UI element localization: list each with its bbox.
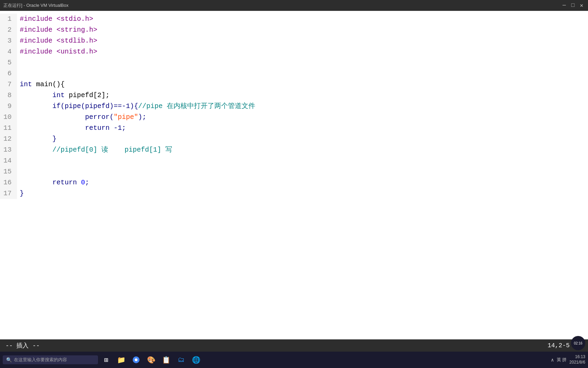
code-editor[interactable]: 1 #include <stdio.h> 2 #include <string.…	[0, 11, 588, 339]
code-line-2: 2 #include <string.h>	[0, 25, 588, 35]
code-line-1: 1 #include <stdio.h>	[0, 14, 588, 25]
line-number-7: 7	[0, 79, 17, 90]
code-line-14: 14	[0, 155, 588, 166]
code-line-3: 3 #include <stdlib.h>	[0, 35, 588, 46]
line-number-2: 2	[0, 25, 17, 35]
taskbar-icon-app2[interactable]: 📋	[159, 353, 173, 367]
titlebar: 正在运行] - Oracle VM VirtualBox ─ □ ✕	[0, 0, 588, 11]
line-content-11: return -1;	[17, 123, 126, 134]
code-line-10: 10 perror("pipe");	[0, 112, 588, 123]
line-number-3: 3	[0, 35, 17, 46]
line-number-15: 15	[0, 166, 17, 177]
line-number-13: 13	[0, 144, 17, 155]
taskbar: 🔍 在这里输入你要搜索的内容 ⊞ 📁 🎨 📋 🗂 🌐 ∧ 英 拼 16:13 2…	[0, 352, 588, 368]
line-number-6: 6	[0, 68, 17, 79]
line-number-5: 5	[0, 57, 17, 68]
code-line-12: 12 }	[0, 134, 588, 144]
line-content-14	[17, 155, 24, 166]
clock-date: 2021/8/6	[569, 360, 585, 365]
code-line-7: 7 int main(){	[0, 79, 588, 90]
svg-point-1	[135, 358, 137, 361]
line-content-12: }	[17, 134, 56, 144]
clock-time: 16:13	[569, 354, 585, 360]
code-line-16: 16 return 0;	[0, 177, 588, 188]
line-content-9: if(pipe(pipefd)==-1){//pipe 在内核中打开了两个管道文…	[17, 101, 255, 112]
line-number-12: 12	[0, 134, 17, 144]
minimize-button[interactable]: ─	[561, 2, 567, 9]
taskbar-icon-filemanager[interactable]: 📁	[114, 353, 128, 367]
line-content-6	[17, 68, 24, 79]
code-line-6: 6	[0, 68, 588, 79]
line-number-17: 17	[0, 188, 17, 199]
line-number-11: 11	[0, 123, 17, 134]
code-line-17: 17 }	[0, 188, 588, 199]
line-content-7: int main(){	[17, 79, 65, 90]
line-content-4: #include <unistd.h>	[17, 46, 97, 57]
code-line-13: 13 //pipefd[0] 读 pipefd[1] 写	[0, 144, 588, 155]
line-content-15	[17, 166, 24, 177]
taskbar-icon-start[interactable]: ⊞	[99, 353, 113, 367]
line-content-10: perror("pipe");	[17, 112, 146, 123]
line-content-1: #include <stdio.h>	[17, 14, 93, 25]
statusbar-position: 14,2-5	[548, 342, 570, 349]
code-line-15: 15	[0, 166, 588, 177]
line-content-13: //pipefd[0] 读 pipefd[1] 写	[17, 144, 172, 155]
taskbar-right: ∧ 英 拼 16:13 2021/8/6	[551, 354, 585, 365]
taskbar-icon-chrome[interactable]	[129, 353, 143, 367]
taskbar-lang[interactable]: 英 拼	[557, 357, 567, 363]
line-content-16: return 0;	[17, 177, 89, 188]
code-line-8: 8 int pipefd[2];	[0, 90, 588, 101]
code-line-9: 9 if(pipe(pipefd)==-1){//pipe 在内核中打开了两个管…	[0, 101, 588, 112]
statusbar-mode: -- 插入 --	[5, 341, 40, 350]
search-icon: 🔍	[6, 357, 12, 363]
line-content-17: }	[17, 188, 24, 199]
taskbar-search[interactable]: 🔍 在这里输入你要搜索的内容	[3, 355, 98, 364]
taskbar-search-text: 在这里输入你要搜索的内容	[14, 357, 67, 363]
line-number-16: 16	[0, 177, 17, 188]
taskbar-icon-browser[interactable]: 🌐	[189, 353, 203, 367]
corner-time-badge: 02:16	[571, 336, 585, 350]
line-number-14: 14	[0, 155, 17, 166]
line-content-2: #include <string.h>	[17, 25, 97, 35]
line-number-4: 4	[0, 46, 17, 57]
line-number-9: 9	[0, 101, 17, 112]
titlebar-controls: ─ □ ✕	[561, 2, 585, 9]
line-content-8: int pipefd[2];	[17, 90, 110, 101]
line-number-8: 8	[0, 90, 17, 101]
code-line-5: 5	[0, 57, 588, 68]
code-line-11: 11 return -1;	[0, 123, 588, 134]
code-line-4: 4 #include <unistd.h>	[0, 46, 588, 57]
line-content-5	[17, 57, 24, 68]
line-content-3: #include <stdlib.h>	[17, 35, 97, 46]
close-button[interactable]: ✕	[578, 2, 585, 9]
line-number-1: 1	[0, 14, 17, 25]
titlebar-title: 正在运行] - Oracle VM VirtualBox	[3, 2, 68, 9]
statusbar: -- 插入 -- 14,2-5 至	[0, 339, 588, 352]
taskbar-icon-app3[interactable]: 🗂	[174, 353, 188, 367]
taskbar-clock[interactable]: 16:13 2021/8/6	[569, 354, 585, 365]
taskbar-notification-icon: ∧	[551, 357, 554, 363]
line-number-10: 10	[0, 112, 17, 123]
maximize-button[interactable]: □	[570, 2, 576, 9]
taskbar-icon-app1[interactable]: 🎨	[144, 353, 158, 367]
